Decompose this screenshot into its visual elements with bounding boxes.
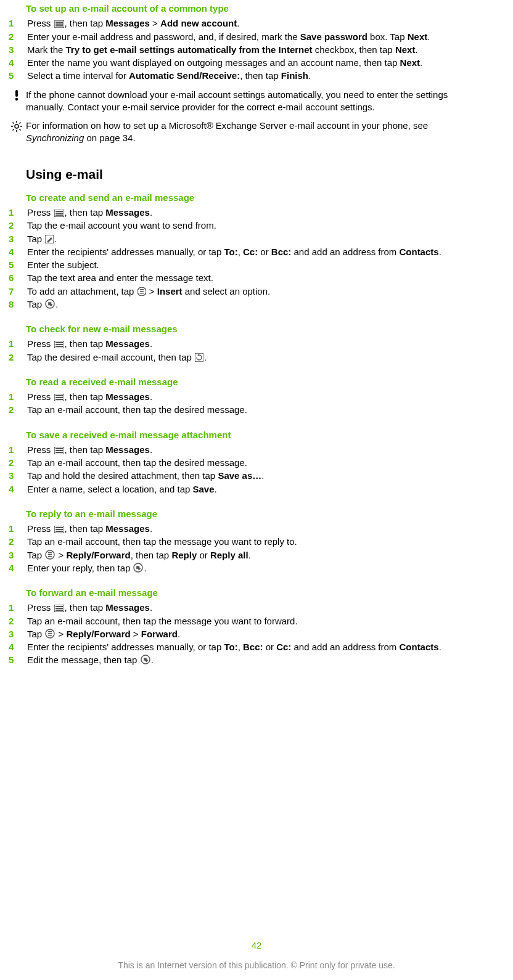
step-number: 1 <box>7 206 27 219</box>
step-text: Mark the Try to get e-mail settings auto… <box>27 44 488 56</box>
step-text: Select a time interval for Automatic Sen… <box>27 70 488 82</box>
step-number: 7 <box>7 285 27 298</box>
step-text: Press , then tap Messages > Add new acco… <box>27 17 488 30</box>
options-icon <box>45 550 55 560</box>
step-text: Press , then tap Messages. <box>27 206 488 219</box>
step-number: 5 <box>7 70 27 82</box>
footer-note: This is an Internet version of this publ… <box>0 960 513 971</box>
menu-icon <box>54 447 64 454</box>
menu-icon <box>54 605 64 612</box>
step-text: Tap > Reply/Forward, then tap Reply or R… <box>27 549 488 561</box>
check-steps: 1Press , then tap Messages. 2Tap the des… <box>7 338 488 364</box>
step-text: Enter your e-mail address and password, … <box>27 31 488 43</box>
setup-heading: To set up an e-mail account of a common … <box>26 2 488 15</box>
step-number: 4 <box>7 641 27 653</box>
menu-icon <box>54 20 64 28</box>
step-number: 3 <box>7 470 27 482</box>
step-text: Enter the name you want displayed on out… <box>27 57 488 69</box>
menu-icon <box>54 394 64 401</box>
step-number: 4 <box>7 57 27 69</box>
step-text: Press , then tap Messages. <box>27 523 488 535</box>
page-number: 42 <box>0 939 513 952</box>
using-email-heading: Using e-mail <box>26 166 488 183</box>
step-number: 6 <box>7 272 27 284</box>
send-icon <box>133 563 143 573</box>
setup-steps: 1Press , then tap Messages > Add new acc… <box>7 17 488 82</box>
step-number: 4 <box>7 562 27 574</box>
tip-note: For information on how to set up a Micro… <box>7 120 488 145</box>
warning-text: If the phone cannot download your e-mail… <box>26 89 488 114</box>
reply-heading: To reply to an e-mail message <box>26 508 488 520</box>
warning-note: If the phone cannot download your e-mail… <box>7 89 488 114</box>
step-number: 4 <box>7 246 27 258</box>
attach-icon <box>137 287 146 296</box>
step-text: Tap . <box>27 233 488 245</box>
options-icon <box>45 629 55 639</box>
step-text: Enter the recipients' addresses manually… <box>27 641 488 653</box>
step-text: Tap an e-mail account, then tap the mess… <box>27 536 488 548</box>
step-text: Tap the desired e-mail account, then tap… <box>27 351 488 364</box>
step-number: 2 <box>7 219 27 232</box>
menu-icon <box>54 210 64 217</box>
read-steps: 1Press , then tap Messages. 2Tap an e-ma… <box>7 391 488 417</box>
menu-icon <box>54 526 64 533</box>
step-text: Press , then tap Messages. <box>27 602 488 614</box>
step-number: 2 <box>7 457 27 469</box>
step-number: 1 <box>7 444 27 456</box>
step-text: Tap and hold the desired attachment, the… <box>27 470 488 482</box>
step-text: Press , then tap Messages. <box>27 444 488 456</box>
step-number: 2 <box>7 31 27 43</box>
step-number: 1 <box>7 602 27 614</box>
send-icon <box>141 655 150 664</box>
step-number: 4 <box>7 483 27 496</box>
step-number: 3 <box>7 628 27 640</box>
save-steps: 1Press , then tap Messages. 2Tap an e-ma… <box>7 444 488 496</box>
read-heading: To read a received e-mail message <box>26 376 488 388</box>
step-text: Enter your reply, then tap . <box>27 562 488 574</box>
check-heading: To check for new e-mail messages <box>26 323 488 335</box>
step-text: Enter the subject. <box>27 259 488 271</box>
step-number: 2 <box>7 615 27 627</box>
step-text: Enter the recipients' addresses manually… <box>27 246 488 258</box>
tip-text: For information on how to set up a Micro… <box>26 120 488 145</box>
warn-icon <box>12 90 21 101</box>
step-text: Tap an e-mail account, then tap the desi… <box>27 457 488 469</box>
step-number: 5 <box>7 654 27 666</box>
menu-icon <box>54 341 64 348</box>
step-number: 2 <box>7 351 27 364</box>
tip-icon <box>11 121 22 132</box>
step-text: Tap the e-mail account you want to send … <box>27 219 488 232</box>
create-heading: To create and send an e-mail message <box>26 192 488 204</box>
step-number: 5 <box>7 259 27 271</box>
compose-icon <box>45 235 54 243</box>
refresh-icon <box>195 353 203 362</box>
step-text: Tap the text area and enter the message … <box>27 272 488 284</box>
step-number: 8 <box>7 298 27 311</box>
step-number: 3 <box>7 44 27 56</box>
step-text: Press , then tap Messages. <box>27 338 488 350</box>
step-number: 3 <box>7 549 27 561</box>
step-number: 2 <box>7 536 27 548</box>
step-number: 1 <box>7 391 27 403</box>
step-number: 3 <box>7 233 27 245</box>
step-text: Tap > Reply/Forward > Forward. <box>27 628 488 640</box>
create-steps: 1Press , then tap Messages. 2Tap the e-m… <box>7 206 488 311</box>
step-number: 2 <box>7 404 27 416</box>
step-text: Press , then tap Messages. <box>27 391 488 403</box>
reply-steps: 1Press , then tap Messages. 2Tap an e-ma… <box>7 523 488 574</box>
step-text: Tap an e-mail account, then tap the desi… <box>27 404 488 416</box>
save-heading: To save a received e-mail message attach… <box>26 429 488 441</box>
send-icon <box>45 299 55 309</box>
step-text: Enter a name, select a location, and tap… <box>27 483 488 496</box>
forward-steps: 1Press , then tap Messages. 2Tap an e-ma… <box>7 602 488 666</box>
step-number: 1 <box>7 17 27 30</box>
forward-heading: To forward an e-mail message <box>26 587 488 599</box>
step-text: To add an attachment, tap > Insert and s… <box>27 285 488 298</box>
step-number: 1 <box>7 523 27 535</box>
step-text: Edit the message, then tap . <box>27 654 488 666</box>
step-number: 1 <box>7 338 27 350</box>
step-text: Tap an e-mail account, then tap the mess… <box>27 615 488 627</box>
step-text: Tap . <box>27 298 488 311</box>
